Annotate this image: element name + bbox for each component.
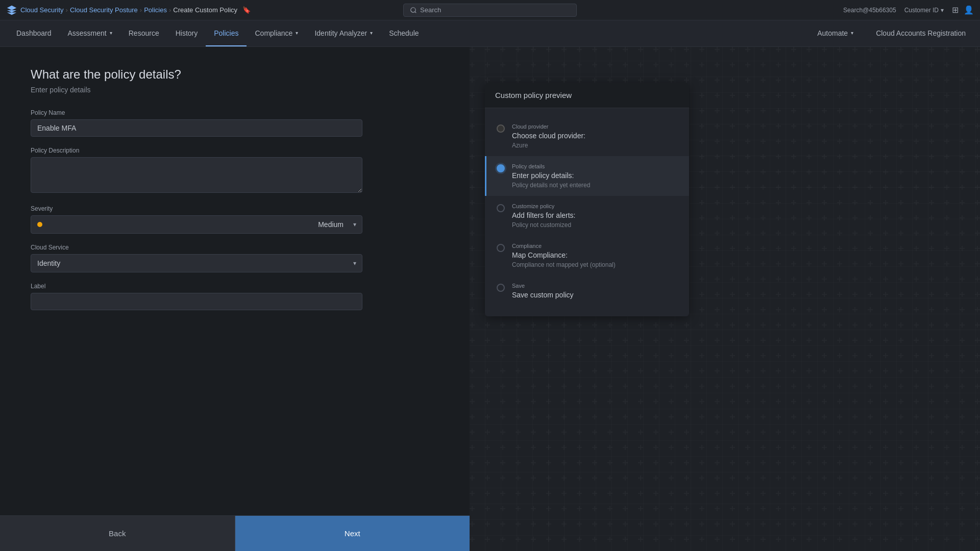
nav-compliance[interactable]: Compliance ▾ — [247, 20, 306, 46]
step-desc-1: Azure — [512, 142, 679, 149]
nav-policies[interactable]: Policies — [206, 20, 247, 46]
label-input[interactable] — [31, 293, 362, 310]
policy-desc-group: Policy Description — [31, 147, 439, 195]
nav-assessment-chevron: ▾ — [110, 30, 112, 36]
breadcrumb-cloud-security[interactable]: Cloud Security — [20, 6, 64, 14]
nav-automate-label: Automate — [817, 29, 848, 37]
nav-policies-label: Policies — [214, 29, 238, 37]
nav-schedule-label: Schedule — [389, 29, 419, 37]
step-indicator-1 — [497, 124, 505, 133]
preview-step-customize: Customize policy Add filters for alerts:… — [485, 196, 689, 236]
nav-identity-analyzer-label: Identity Analyzer — [314, 29, 367, 37]
step-title-1: Choose cloud provider: — [512, 132, 679, 140]
step-body-5: Save Save custom policy — [512, 283, 679, 301]
topbar-center: Search — [403, 4, 577, 17]
step-desc-2: Policy details not yet entered — [512, 182, 679, 189]
logo-icon[interactable] — [6, 5, 17, 16]
severity-label: Severity — [31, 205, 439, 212]
nav-resource-label: Resource — [129, 29, 159, 37]
topbar-user-email: Search@45b66305 — [843, 7, 896, 14]
search-icon — [410, 7, 417, 14]
nav-right: Automate ▾ Cloud Accounts Registration — [811, 20, 972, 46]
step-title-5: Save custom policy — [512, 291, 679, 299]
nav-automate[interactable]: Automate ▾ — [811, 29, 860, 38]
nav-left: Dashboard Assessment ▾ Resource History … — [8, 20, 811, 46]
step-category-3: Customize policy — [512, 203, 679, 209]
policy-name-label: Policy Name — [31, 109, 439, 116]
preview-panel: Custom policy preview Cloud provider Cho… — [485, 83, 689, 316]
page-subtitle: Enter policy details — [31, 86, 439, 94]
step-desc-4: Compliance not mapped yet (optional) — [512, 261, 679, 268]
topbar: Cloud Security › Cloud Security Posture … — [0, 0, 980, 20]
preview-content: Cloud provider Choose cloud provider: Az… — [485, 108, 689, 316]
step-body-4: Compliance Map Compliance: Compliance no… — [512, 243, 679, 268]
step-body-3: Customize policy Add filters for alerts:… — [512, 203, 679, 229]
nav-automate-chevron: ▾ — [851, 30, 853, 36]
nav-cloud-accounts-label: Cloud Accounts Registration — [876, 29, 966, 37]
severity-dot — [37, 222, 42, 227]
nav-assessment-label: Assessment — [68, 29, 107, 37]
form-area: What are the policy details? Enter polic… — [0, 47, 470, 551]
topbar-customer-id[interactable]: Customer ID ▾ — [904, 7, 944, 14]
cloud-service-select[interactable]: Identity — [31, 254, 362, 272]
cloud-service-value: Identity — [37, 259, 60, 267]
step-title-3: Add filters for alerts: — [512, 211, 679, 219]
deco-area: Custom policy preview Cloud provider Cho… — [470, 47, 980, 551]
policy-name-input[interactable] — [31, 119, 362, 137]
search-label: Search — [420, 6, 441, 14]
breadcrumb: Cloud Security › Cloud Security Posture … — [20, 6, 251, 14]
cloud-service-select-wrapper: Identity ▾ — [31, 254, 362, 272]
user-icon[interactable]: 👤 — [964, 5, 974, 15]
page-title: What are the policy details? — [31, 67, 439, 82]
main-content: What are the policy details? Enter polic… — [0, 47, 980, 551]
label-label: Label — [31, 283, 439, 290]
bottom-bar: Back Next — [0, 515, 470, 551]
step-body-2: Policy details Enter policy details: Pol… — [512, 163, 679, 189]
cloud-service-group: Cloud Service Identity ▾ — [31, 244, 439, 272]
next-button[interactable]: Next — [235, 516, 470, 551]
breadcrumb-current: Create Custom Policy — [173, 6, 237, 14]
customer-id-chevron: ▾ — [941, 7, 944, 14]
breadcrumb-sep-1: › — [66, 6, 68, 14]
step-indicator-5 — [497, 284, 505, 292]
policy-name-group: Policy Name — [31, 109, 439, 137]
nav-dashboard[interactable]: Dashboard — [8, 20, 60, 46]
nav-identity-analyzer-chevron: ▾ — [370, 30, 373, 36]
grid-icon[interactable]: ⊞ — [952, 5, 959, 15]
severity-select-wrapper: Medium ▾ — [31, 215, 362, 234]
breadcrumb-posture[interactable]: Cloud Security Posture — [70, 6, 138, 14]
step-title-2: Enter policy details: — [512, 171, 679, 180]
topbar-icons: ⊞ 👤 — [952, 5, 974, 15]
preview-step-save: Save Save custom policy — [485, 276, 689, 308]
nav-schedule[interactable]: Schedule — [381, 20, 427, 46]
step-category-5: Save — [512, 283, 679, 289]
back-button[interactable]: Back — [0, 516, 235, 551]
nav-history-label: History — [176, 29, 198, 37]
svg-point-0 — [411, 7, 415, 12]
search-box[interactable]: Search — [403, 4, 577, 17]
policy-desc-textarea[interactable] — [31, 157, 362, 193]
step-title-4: Map Compliance: — [512, 251, 679, 259]
label-group: Label — [31, 283, 439, 310]
step-indicator-2 — [497, 164, 505, 172]
preview-step-cloud-provider: Cloud provider Choose cloud provider: Az… — [485, 116, 689, 156]
nav-assessment[interactable]: Assessment ▾ — [60, 20, 120, 46]
policy-desc-label: Policy Description — [31, 147, 439, 154]
nav-compliance-label: Compliance — [255, 29, 292, 37]
preview-step-compliance: Compliance Map Compliance: Compliance no… — [485, 236, 689, 276]
navbar: Dashboard Assessment ▾ Resource History … — [0, 20, 980, 47]
breadcrumb-policies[interactable]: Policies — [144, 6, 167, 14]
severity-group: Severity Medium ▾ — [31, 205, 439, 234]
cloud-service-label: Cloud Service — [31, 244, 439, 251]
preview-step-policy-details: Policy details Enter policy details: Pol… — [485, 156, 689, 196]
preview-header: Custom policy preview — [485, 83, 689, 108]
nav-identity-analyzer[interactable]: Identity Analyzer ▾ — [306, 20, 381, 46]
bookmark-icon[interactable]: 🔖 — [242, 6, 251, 14]
nav-resource[interactable]: Resource — [120, 20, 167, 46]
nav-compliance-chevron: ▾ — [296, 30, 298, 36]
step-body-1: Cloud provider Choose cloud provider: Az… — [512, 123, 679, 149]
nav-cloud-accounts[interactable]: Cloud Accounts Registration — [870, 29, 972, 38]
step-category-2: Policy details — [512, 163, 679, 169]
severity-select[interactable]: Medium — [31, 215, 362, 234]
nav-history[interactable]: History — [167, 20, 206, 46]
